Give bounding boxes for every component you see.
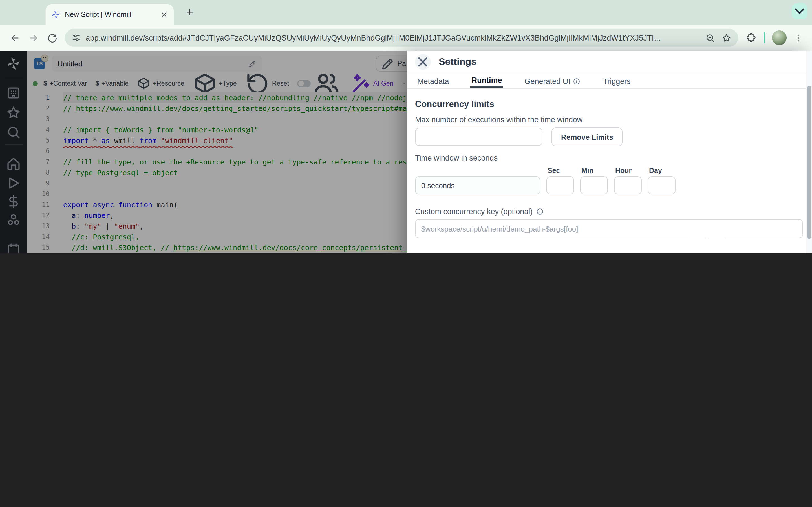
browser-toolbar: app.windmill.dev/scripts/add#JTdCJTIyaGF… <box>0 25 812 51</box>
avatar[interactable] <box>772 31 786 45</box>
duration-sec-input[interactable] <box>546 176 574 194</box>
settings-tabs: MetadataRuntimeGenerated UITriggers <box>407 73 812 89</box>
tab-close-icon[interactable] <box>160 10 168 18</box>
time-window-duration-row: 0 seconds SecMinHourDay <box>415 167 803 194</box>
drawer-header: Settings <box>407 51 812 73</box>
new-tab-button[interactable] <box>185 7 195 17</box>
max-executions-label: Max number of executions within the time… <box>415 115 803 124</box>
concurrency-heading: Concurrency limits <box>415 99 803 109</box>
browser-window: New Script | Windmill app.windmill.dev/s… <box>0 0 812 253</box>
tab-runtime[interactable]: Runtime <box>470 73 503 88</box>
pencil-icon <box>613 212 746 253</box>
close-icon <box>415 54 431 69</box>
browser-tab-strip: New Script | Windmill <box>0 0 812 25</box>
duration-unit-label: Sec <box>546 167 574 175</box>
tab-title: New Script | Windmill <box>65 10 160 18</box>
back-button[interactable] <box>10 33 20 43</box>
runtime-tab-content: Concurrency limits Max number of executi… <box>407 89 812 253</box>
tab-generated-ui[interactable]: Generated UI <box>523 73 581 88</box>
forward-button[interactable] <box>28 33 39 43</box>
duration-min-input[interactable] <box>580 176 608 194</box>
address-bar[interactable]: app.windmill.dev/scripts/add#JTdCJTIyaGF… <box>65 29 738 47</box>
zoom-icon[interactable] <box>705 33 715 43</box>
page-content: TS Untitled Pa $+Context Var $+Variable … <box>0 51 812 253</box>
drawer-scrollbar-thumb[interactable] <box>808 86 811 239</box>
duration-hour-input[interactable] <box>614 176 642 194</box>
remove-limits-button[interactable]: Remove Limits <box>552 127 623 147</box>
drawer-title: Settings <box>439 56 476 67</box>
drawer-backdrop[interactable] <box>0 51 407 253</box>
time-window-label: Time window in seconds <box>415 154 803 162</box>
settings-drawer: Settings MetadataRuntimeGenerated UITrig… <box>407 51 812 253</box>
tab-triggers[interactable]: Triggers <box>602 73 632 88</box>
bookmark-star-icon[interactable] <box>722 33 731 43</box>
max-executions-input[interactable] <box>415 128 543 146</box>
tab-metadata[interactable]: Metadata <box>416 73 450 88</box>
duration-unit-label: Hour <box>614 167 642 175</box>
browser-menu-icon[interactable] <box>794 33 803 43</box>
duration-unit-label: Min <box>580 167 608 175</box>
chevron-down-icon <box>792 3 808 19</box>
browser-tab[interactable]: New Script | Windmill <box>46 4 174 25</box>
tab-search-chevron-button[interactable] <box>792 3 808 19</box>
chevron-down-icon <box>422 207 566 253</box>
site-settings-icon[interactable] <box>71 33 81 42</box>
info-icon <box>573 77 580 85</box>
profile-separator <box>764 32 765 43</box>
reload-button[interactable] <box>47 33 57 43</box>
close-drawer-button[interactable] <box>415 54 431 69</box>
duration-unit-label: Day <box>648 167 675 175</box>
windmill-favicon-icon <box>51 10 60 19</box>
time-window-value[interactable]: 0 seconds <box>415 176 540 194</box>
extensions-icon[interactable] <box>746 33 756 43</box>
url-text[interactable]: app.windmill.dev/scripts/add#JTdCJTIyaGF… <box>86 34 699 42</box>
duration-day-input[interactable] <box>648 176 675 194</box>
